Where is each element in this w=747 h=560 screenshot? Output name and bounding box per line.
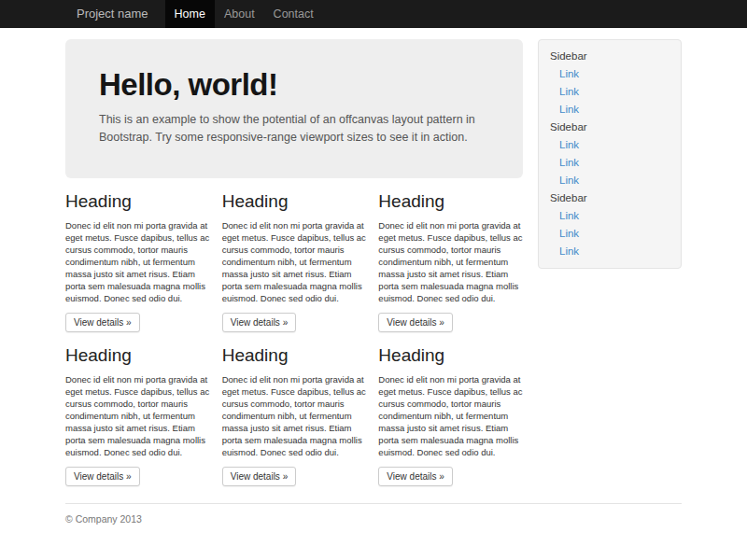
view-details-button[interactable]: View details » <box>378 467 453 486</box>
sidebar-header: Sidebar <box>539 119 681 136</box>
footer: © Company 2013 <box>65 503 682 525</box>
card-body: Donec id elit non mi porta gravida at eg… <box>222 219 367 304</box>
sidebar-link[interactable]: Link <box>539 207 681 225</box>
card-body: Donec id elit non mi porta gravida at eg… <box>65 373 210 458</box>
sidebar-link[interactable]: Link <box>539 65 681 83</box>
card-heading: Heading <box>378 191 523 212</box>
nav-item-contact[interactable]: Contact <box>264 0 323 28</box>
copyright-text: © Company 2013 <box>65 513 682 525</box>
card-heading: Heading <box>222 345 367 366</box>
sidebar-link[interactable]: Link <box>539 136 681 154</box>
navbar-inner: Project name Home About Contact <box>65 0 682 28</box>
card-body: Donec id elit non mi porta gravida at eg… <box>378 219 523 304</box>
card-body: Donec id elit non mi porta gravida at eg… <box>378 373 523 458</box>
card: Heading Donec id elit non mi porta gravi… <box>222 178 367 332</box>
view-details-button[interactable]: View details » <box>65 467 140 486</box>
card-heading: Heading <box>222 191 367 212</box>
cards-row-2: Heading Donec id elit non mi porta gravi… <box>65 332 523 486</box>
sidebar-link[interactable]: Link <box>539 225 681 243</box>
brand-link[interactable]: Project name <box>65 0 165 28</box>
sidebar: Sidebar Link Link Link Sidebar Link Link… <box>538 39 682 486</box>
card: Heading Donec id elit non mi porta gravi… <box>378 178 523 332</box>
jumbotron: Hello, world! This is an example to show… <box>65 39 523 178</box>
sidebar-link[interactable]: Link <box>539 101 681 119</box>
card-heading: Heading <box>378 345 523 366</box>
card-heading: Heading <box>65 345 210 366</box>
sidebar-header: Sidebar <box>539 48 681 65</box>
sidebar-link[interactable]: Link <box>539 172 681 189</box>
card: Heading Donec id elit non mi porta gravi… <box>222 332 367 486</box>
sidebar-link[interactable]: Link <box>539 243 681 260</box>
card: Heading Donec id elit non mi porta gravi… <box>378 332 523 486</box>
main-content: Hello, world! This is an example to show… <box>65 39 523 486</box>
card-body: Donec id elit non mi porta gravida at eg… <box>65 219 210 304</box>
card-body: Donec id elit non mi porta gravida at eg… <box>222 373 367 458</box>
cards-row-1: Heading Donec id elit non mi porta gravi… <box>65 178 523 332</box>
sidebar-link[interactable]: Link <box>539 154 681 172</box>
sidebar-header: Sidebar <box>539 189 681 207</box>
view-details-button[interactable]: View details » <box>65 313 140 332</box>
view-details-button[interactable]: View details » <box>378 313 453 332</box>
page-container: Hello, world! This is an example to show… <box>65 28 682 486</box>
top-navbar: Project name Home About Contact <box>0 0 747 28</box>
card: Heading Donec id elit non mi porta gravi… <box>65 178 210 332</box>
card: Heading Donec id elit non mi porta gravi… <box>65 332 210 486</box>
nav-item-home[interactable]: Home <box>165 0 215 28</box>
view-details-button[interactable]: View details » <box>222 467 297 486</box>
sidebar-link[interactable]: Link <box>539 83 681 101</box>
card-heading: Heading <box>65 191 210 212</box>
hero-title: Hello, world! <box>99 67 489 103</box>
sidebar-well: Sidebar Link Link Link Sidebar Link Link… <box>538 39 682 269</box>
view-details-button[interactable]: View details » <box>222 313 297 332</box>
hero-text: This is an example to show the potential… <box>99 111 489 147</box>
nav-item-about[interactable]: About <box>215 0 264 28</box>
